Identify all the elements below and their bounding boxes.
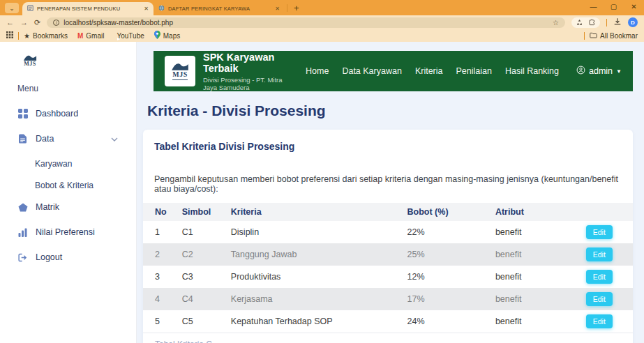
logout-icon [17, 253, 28, 262]
reload-icon[interactable]: ⟳ [34, 19, 40, 26]
cell-atribut: benefit [488, 288, 579, 310]
navbar-link-hasil-ranking[interactable]: Hasil Ranking [505, 66, 559, 76]
edit-button[interactable]: Edit [586, 270, 613, 284]
edit-button[interactable]: Edit [586, 314, 613, 328]
sidebar-item-label: Data [36, 134, 54, 144]
cell-action: Edit [579, 221, 633, 243]
url-text: localhost/spksaw-master/bobot.php [63, 19, 548, 26]
edit-button[interactable]: Edit [586, 292, 613, 306]
browser-window: ⌄ PENERAPAN SISTEM PENDUKU ✕ DAFTAR PERI… [0, 0, 644, 42]
cell-no: 3 [143, 266, 175, 288]
bookmark-items: ★BookmarksMGmailYouTubeMaps [24, 31, 180, 40]
cell-bobot: 24% [400, 310, 488, 333]
bookmark-star-icon[interactable]: ☆ [553, 19, 559, 26]
sidebar-item-label: Bobot & Kriteria [35, 181, 93, 190]
browser-tab-active[interactable]: PENERAPAN SISTEM PENDUKU ✕ [22, 2, 153, 15]
profile-avatar[interactable]: D [628, 17, 638, 27]
navbar-link-home[interactable]: Home [306, 66, 329, 76]
bookmark-bookmarks[interactable]: ★Bookmarks [24, 31, 68, 40]
gmail-icon: M [77, 32, 83, 40]
cell-kriteria: Kepatuhan Terhadap SOP [224, 310, 400, 333]
extensions-puzzle-icon[interactable] [588, 19, 596, 26]
page-title: Kriteria - Divisi Prosesing [147, 102, 633, 119]
sidebar-item-label: Logout [36, 252, 62, 262]
navbar-link-data-karyawan[interactable]: Data Karyawan [342, 66, 401, 76]
sidebar-item-nilai-preferensi[interactable]: Nilai Preferensi [17, 227, 136, 237]
sidebar-item-logout[interactable]: Logout [17, 252, 136, 262]
sidebar-menu-label: Menu [17, 84, 136, 93]
back-icon[interactable]: ← [6, 19, 14, 26]
apps-grid-icon[interactable] [6, 31, 13, 40]
new-tab-button[interactable]: + [294, 3, 299, 13]
cell-kriteria: Produktivitas [224, 266, 400, 288]
navbar-link-penilaian[interactable]: Penilaian [456, 66, 491, 76]
cell-no: 2 [143, 243, 175, 266]
tab-title: DAFTAR PERINGKAT KARYAWA [168, 6, 271, 12]
browser-tab-inactive[interactable]: DAFTAR PERINGKAT KARYAWA ✕ [153, 2, 285, 15]
cell-simbol: C2 [175, 243, 224, 266]
site-info-icon[interactable]: i [53, 20, 59, 26]
user-label: admin [589, 66, 613, 76]
bookmark-label: YouTube [117, 32, 144, 40]
sidebar-item-karyawan[interactable]: Karyawan [17, 159, 136, 169]
bookmark-maps[interactable]: Maps [154, 31, 180, 40]
maximize-button[interactable]: ▢ [604, 2, 624, 12]
cell-action: Edit [579, 243, 633, 266]
table-caption: Tabel Kriteria Cj [143, 333, 633, 343]
table-row: 4C4Kerjasama17%benefitEdit [143, 288, 633, 310]
table-row: 3C3Produktivitas12%benefitEdit [143, 266, 633, 288]
app-navbar: MJS SPK Karyawan Terbaik Divisi Prosesin… [153, 51, 633, 91]
cell-action: Edit [579, 288, 633, 310]
close-tab-icon[interactable]: ✕ [144, 6, 149, 12]
criteria-table: NoSimbolKriteriaBobot (%)Atribut 1C1Disi… [143, 203, 633, 333]
sidebar-item-data[interactable]: Data [17, 134, 136, 144]
column-header: Kriteria [224, 203, 400, 221]
edit-button[interactable]: Edit [586, 225, 613, 239]
forward-icon[interactable]: → [20, 19, 28, 26]
app-root: MJS Menu DashboardDataKaryawanBobot & Kr… [0, 42, 644, 343]
minimize-button[interactable]: — [583, 2, 604, 12]
window-controls: — ▢ ✕ [583, 2, 644, 12]
tab-search-button[interactable]: ⌄ [5, 3, 19, 13]
user-menu[interactable]: admin ▼ [576, 66, 622, 77]
sidebar-item-matrik[interactable]: Matrik [17, 202, 136, 212]
close-tab-icon[interactable]: ✕ [275, 6, 280, 12]
file-icon [17, 134, 28, 144]
brand-logo[interactable]: MJS [165, 56, 195, 86]
cell-bobot: 12% [400, 266, 488, 288]
cell-no: 4 [143, 288, 175, 310]
cell-atribut: benefit [488, 266, 579, 288]
sidebar-logo[interactable]: MJS [17, 52, 43, 67]
bar-chart-icon [17, 228, 28, 237]
edit-button[interactable]: Edit [586, 247, 613, 261]
sidebar-item-dashboard[interactable]: Dashboard [17, 109, 136, 119]
sidebar: MJS Menu DashboardDataKaryawanBobot & Kr… [0, 42, 137, 343]
extension-icon[interactable] [576, 19, 583, 26]
column-header: Atribut [488, 203, 579, 221]
navbar-links: HomeData KaryawanKriteriaPenilaianHasil … [306, 66, 559, 76]
sidebar-item-label: Karyawan [35, 159, 72, 169]
star-icon: ★ [24, 32, 30, 40]
close-window-button[interactable]: ✕ [624, 2, 644, 12]
sidebar-item-bobot-kriteria[interactable]: Bobot & Kriteria [17, 181, 136, 190]
bookmark-gmail[interactable]: MGmail [77, 31, 104, 40]
address-bar[interactable]: i localhost/spksaw-master/bobot.php ☆ [47, 17, 565, 28]
download-icon[interactable] [613, 16, 622, 29]
bookmarks-separator [18, 32, 19, 40]
column-header [579, 203, 633, 221]
cell-simbol: C3 [175, 266, 224, 288]
tab-title: PENERAPAN SISTEM PENDUKU [37, 6, 140, 12]
cell-simbol: C1 [175, 221, 224, 243]
cell-no: 5 [143, 310, 175, 333]
brand-text: SPK Karyawan Terbaik Divisi Prosesing - … [203, 52, 298, 91]
sidebar-item-label: Matrik [36, 202, 59, 212]
cell-kriteria: Disiplin [224, 221, 400, 243]
brand-title: SPK Karyawan Terbaik [203, 52, 298, 74]
tab-favicon-globe-icon [158, 5, 165, 13]
all-bookmarks-button[interactable]: All Bookmar [590, 32, 638, 40]
bookmark-label: Bookmarks [33, 32, 68, 40]
bookmark-youtube[interactable]: YouTube [114, 31, 144, 40]
column-header: No [143, 203, 175, 221]
navbar-link-kriteria[interactable]: Kriteria [415, 66, 443, 76]
tab-separator [287, 4, 287, 12]
